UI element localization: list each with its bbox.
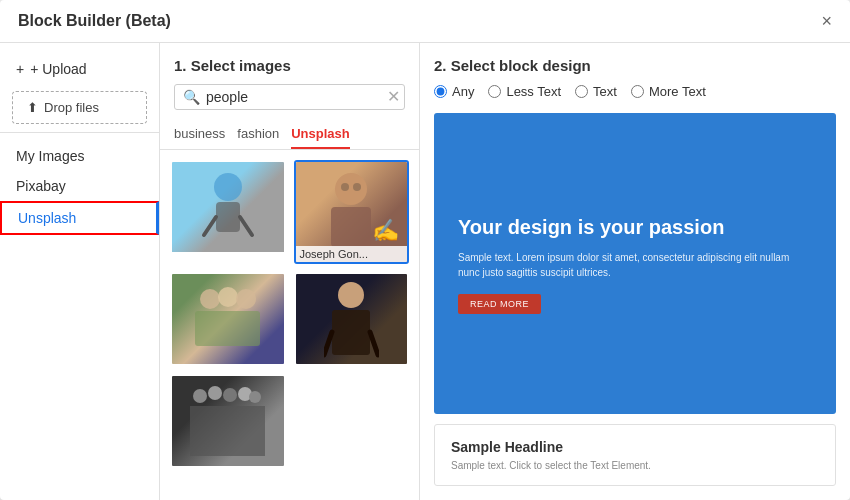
svg-point-16 bbox=[193, 389, 207, 403]
image-thumbnail bbox=[172, 162, 284, 252]
image-thumbnail bbox=[172, 274, 284, 364]
tab-unsplash[interactable]: Unsplash bbox=[291, 126, 350, 149]
svg-point-4 bbox=[335, 173, 367, 205]
radio-less-text-label: Less Text bbox=[506, 84, 561, 99]
preview-white-heading: Sample Headline bbox=[451, 439, 819, 455]
radio-option-more-text[interactable]: More Text bbox=[631, 84, 706, 99]
drop-files-label: Drop files bbox=[44, 100, 99, 115]
image-caption: Joseph Gon... bbox=[296, 246, 408, 262]
close-button[interactable]: × bbox=[821, 12, 832, 30]
search-bar: 🔍 ✕ bbox=[174, 84, 405, 110]
preview-white-body: Sample text. Click to select the Text El… bbox=[451, 460, 819, 471]
drop-files-button[interactable]: ⬆ Drop files bbox=[12, 91, 147, 124]
image-item[interactable] bbox=[170, 160, 286, 264]
svg-point-20 bbox=[249, 391, 261, 403]
svg-point-10 bbox=[236, 289, 256, 309]
right-panel: 2. Select block design Any Less Text Tex… bbox=[420, 43, 850, 500]
svg-point-12 bbox=[338, 282, 364, 308]
svg-point-18 bbox=[223, 388, 237, 402]
image-item[interactable] bbox=[170, 374, 286, 468]
my-images-label: My Images bbox=[16, 148, 84, 164]
svg-point-8 bbox=[200, 289, 220, 309]
radio-text-label: Text bbox=[593, 84, 617, 99]
unsplash-label: Unsplash bbox=[18, 210, 76, 226]
sidebar: + + Upload ⬆ Drop files My Images Pixaba… bbox=[0, 43, 160, 500]
preview-area: Your design is your passion Sample text.… bbox=[434, 113, 836, 486]
search-icon: 🔍 bbox=[183, 89, 200, 105]
svg-line-14 bbox=[324, 332, 332, 355]
image-thumbnail bbox=[172, 376, 284, 466]
search-input[interactable] bbox=[206, 89, 381, 105]
image-item-joseph[interactable]: Joseph Gon... ✍ bbox=[294, 160, 410, 264]
preview-card-blue[interactable]: Your design is your passion Sample text.… bbox=[434, 113, 836, 414]
svg-point-6 bbox=[341, 183, 349, 191]
block-design-section: 2. Select block design Any Less Text Tex… bbox=[434, 57, 836, 99]
radio-any-label: Any bbox=[452, 84, 474, 99]
upload-icon: + bbox=[16, 61, 24, 77]
block-builder-modal: Block Builder (Beta) × + + Upload ⬆ Drop… bbox=[0, 0, 850, 500]
clear-search-button[interactable]: ✕ bbox=[387, 89, 400, 105]
tab-fashion[interactable]: fashion bbox=[237, 126, 279, 149]
pixabay-label: Pixabay bbox=[16, 178, 66, 194]
modal-header: Block Builder (Beta) × bbox=[0, 0, 850, 43]
svg-line-15 bbox=[370, 332, 378, 355]
radio-more-text[interactable] bbox=[631, 85, 644, 98]
read-more-button[interactable]: READ MORE bbox=[458, 294, 541, 314]
svg-rect-5 bbox=[331, 207, 371, 247]
svg-point-9 bbox=[218, 287, 238, 307]
sidebar-item-pixabay[interactable]: Pixabay bbox=[0, 171, 159, 201]
svg-point-7 bbox=[353, 183, 361, 191]
block-design-title: 2. Select block design bbox=[434, 57, 836, 74]
tabs: business fashion Unsplash bbox=[160, 118, 419, 150]
svg-point-17 bbox=[208, 386, 222, 400]
select-images-title: 1. Select images bbox=[174, 57, 405, 74]
modal-body: + + Upload ⬆ Drop files My Images Pixaba… bbox=[0, 43, 850, 500]
radio-option-text[interactable]: Text bbox=[575, 84, 617, 99]
modal-title: Block Builder (Beta) bbox=[18, 12, 171, 30]
image-item[interactable] bbox=[294, 272, 410, 366]
center-panel: 1. Select images 🔍 ✕ business fashion Un… bbox=[160, 43, 420, 500]
radio-option-any[interactable]: Any bbox=[434, 84, 474, 99]
svg-point-0 bbox=[214, 173, 242, 201]
preview-card-white[interactable]: Sample Headline Sample text. Click to se… bbox=[434, 424, 836, 486]
sidebar-divider bbox=[0, 132, 159, 133]
svg-rect-1 bbox=[216, 202, 240, 232]
image-thumbnail bbox=[296, 274, 408, 364]
upload-button[interactable]: + + Upload bbox=[0, 55, 159, 83]
preview-blue-heading: Your design is your passion bbox=[458, 214, 812, 240]
svg-line-2 bbox=[204, 217, 216, 235]
radio-group: Any Less Text Text More Text bbox=[434, 84, 836, 99]
center-panel-header: 1. Select images 🔍 ✕ bbox=[160, 43, 419, 118]
svg-line-3 bbox=[240, 217, 252, 235]
radio-any[interactable] bbox=[434, 85, 447, 98]
sidebar-item-unsplash[interactable]: Unsplash bbox=[0, 201, 159, 235]
tab-business[interactable]: business bbox=[174, 126, 225, 149]
radio-more-text-label: More Text bbox=[649, 84, 706, 99]
upload-label: + Upload bbox=[30, 61, 86, 77]
preview-blue-body: Sample text. Lorem ipsum dolor sit amet,… bbox=[458, 250, 812, 280]
upload-cloud-icon: ⬆ bbox=[27, 100, 38, 115]
image-item[interactable] bbox=[170, 272, 286, 366]
svg-rect-21 bbox=[190, 406, 265, 456]
svg-rect-11 bbox=[195, 311, 260, 346]
radio-less-text[interactable] bbox=[488, 85, 501, 98]
radio-option-less-text[interactable]: Less Text bbox=[488, 84, 561, 99]
svg-rect-13 bbox=[332, 310, 370, 355]
radio-text[interactable] bbox=[575, 85, 588, 98]
images-grid: Joseph Gon... ✍ bbox=[160, 150, 419, 500]
sidebar-item-my-images[interactable]: My Images bbox=[0, 141, 159, 171]
